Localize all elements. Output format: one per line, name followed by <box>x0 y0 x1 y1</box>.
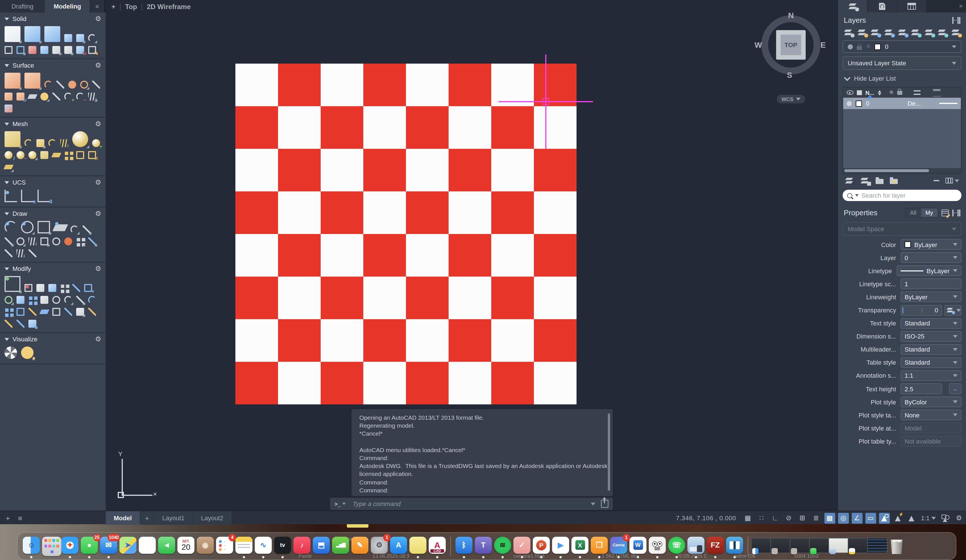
properties-filter-toggle[interactable]: All My <box>905 208 938 218</box>
tab-model[interactable]: Model <box>106 511 140 525</box>
solid-tool-offset-face[interactable] <box>75 33 85 43</box>
gear-icon[interactable]: ⚙ <box>95 15 101 22</box>
property-control[interactable]: ByLayer <box>896 265 961 276</box>
draw-tool-spline[interactable] <box>15 248 26 259</box>
gear-icon[interactable]: ⚙ <box>95 120 101 127</box>
viewcube-west[interactable]: W <box>754 40 762 49</box>
surface-tool-patch[interactable] <box>43 80 53 90</box>
dock-terminal-window[interactable] <box>869 534 886 558</box>
property-control[interactable]: 0 <box>900 252 961 263</box>
mesh-tool-smooth-less[interactable]: − <box>15 150 26 160</box>
layer-freeze-icon[interactable] <box>911 29 920 36</box>
mesh-tool-close-hole[interactable] <box>75 150 85 160</box>
surface-tool-fillet-surface[interactable] <box>67 80 77 90</box>
layer-settings-button[interactable] <box>860 177 869 184</box>
modify-tool-3d-orbit[interactable] <box>3 295 14 305</box>
solid-tool-thicken[interactable] <box>51 45 61 55</box>
gear-icon[interactable]: ⚙ <box>95 336 101 342</box>
text-height-input[interactable]: 2.5 <box>900 383 942 394</box>
property-control[interactable]: ByColor <box>900 396 961 407</box>
layout-menu-icon[interactable]: ≡ <box>18 514 22 522</box>
polar-tracking-toggle[interactable]: ⊘ <box>783 513 794 523</box>
modify-tool-rotate[interactable] <box>51 295 61 305</box>
layer-off-icon[interactable] <box>925 29 933 36</box>
add-layout-icon[interactable]: + <box>6 514 10 522</box>
mesh-tool-spin-triangle[interactable] <box>3 162 14 172</box>
annotation-autoscale-toggle[interactable] <box>892 513 903 523</box>
property-control[interactable]: Standard <box>900 344 961 355</box>
mesh-tool-smooth-more[interactable]: + <box>91 138 101 148</box>
solid-tool-slice[interactable] <box>39 45 49 55</box>
tab-sheets[interactable] <box>897 0 926 13</box>
modify-tool-move[interactable] <box>59 283 69 293</box>
surface-tool-offset-surface[interactable]: ↻ <box>15 92 26 102</box>
dock-freeform[interactable]: ∿ <box>255 534 272 558</box>
make-object-layer-current-icon[interactable] <box>844 29 853 36</box>
layer-properties-icon[interactable] <box>857 29 866 36</box>
tab-layers[interactable] <box>838 0 867 13</box>
dock-finder[interactable]: ☺ <box>23 534 40 558</box>
modify-tool-fillet[interactable] <box>63 295 73 305</box>
transparency-toggle[interactable]: ▩ <box>824 513 835 523</box>
surface-tool-loft-surface[interactable] <box>23 72 41 90</box>
modify-tool-align[interactable] <box>35 283 46 293</box>
dock-word[interactable]: W <box>629 534 646 558</box>
draw-tool-arc[interactable] <box>3 220 18 234</box>
status-settings-toggle[interactable]: ⚙ <box>953 513 964 523</box>
solid-tool-replace-face[interactable]: ↻ <box>75 45 85 55</box>
linetype-column-icon[interactable] <box>933 89 940 96</box>
mesh-tool-merge-face[interactable] <box>63 150 73 160</box>
mesh-tool-collapse-face[interactable]: ✕ <box>87 150 97 160</box>
ortho-mode-toggle[interactable]: ∟ <box>770 513 780 523</box>
modify-tool-erase[interactable] <box>27 307 38 317</box>
property-control[interactable]: Standard <box>900 357 961 368</box>
panel-collapse-icon[interactable] <box>952 17 960 24</box>
filter-all[interactable]: All <box>905 208 921 217</box>
dock-stickies[interactable] <box>409 534 426 558</box>
viewport-add-button[interactable]: + <box>112 3 115 11</box>
draw-tool-line[interactable] <box>3 236 14 247</box>
visual-style-control[interactable]: 2D Wireframe <box>147 3 191 11</box>
dock-photos[interactable] <box>139 534 156 558</box>
dock-mail[interactable]: ✉1040 <box>100 534 117 558</box>
modify-tool-join[interactable] <box>63 307 73 317</box>
mesh-tool-mesh-split-sphere[interactable]: / <box>3 150 14 160</box>
solid-tool-wireframe-box[interactable] <box>15 45 26 55</box>
mesh-tool-split-face[interactable] <box>51 150 61 160</box>
columns-button[interactable] <box>946 178 959 183</box>
isolate-objects-toggle[interactable] <box>940 513 951 523</box>
dock-finder-window[interactable] <box>753 534 770 558</box>
tab-layout1[interactable]: Layout1 <box>154 511 192 525</box>
dock-music[interactable]: ♪ <box>293 534 310 558</box>
viewcube-south[interactable]: S <box>787 70 792 80</box>
ucs-tool-ucs-world[interactable] <box>3 188 18 203</box>
solid-tool-presspull[interactable] <box>63 33 73 43</box>
layer-walk-down-icon[interactable] <box>884 29 893 36</box>
draw-tool-helix[interactable] <box>27 236 38 247</box>
delete-layer-button[interactable] <box>933 180 939 181</box>
dock-gimp[interactable] <box>649 534 666 558</box>
dock-safari[interactable]: ✦ <box>61 534 79 558</box>
modify-tool-reverse[interactable] <box>15 319 26 329</box>
filter-my[interactable]: My <box>921 208 938 217</box>
palette-collapse-button[interactable]: « <box>90 0 104 13</box>
visualize-tool-materials-browser[interactable] <box>3 345 18 360</box>
draw-tool-polyline[interactable] <box>81 224 92 234</box>
dock-apple-tv[interactable]: tv <box>274 534 291 558</box>
snap-mode-toggle[interactable]: ∷ <box>756 513 767 523</box>
layer-previous-icon[interactable] <box>871 29 880 36</box>
draw-tool-ray[interactable] <box>3 248 14 259</box>
surface-tool-analysis-curvature[interactable] <box>3 103 14 114</box>
property-control[interactable]: 1:1 <box>900 370 961 381</box>
command-prompt-caret[interactable] <box>343 503 346 505</box>
draw-tool-construction-line[interactable] <box>27 248 38 259</box>
property-control[interactable]: 1 <box>900 278 961 289</box>
modify-tool-change-space[interactable] <box>75 307 85 317</box>
dock-autocad[interactable]: ACAD <box>429 534 446 558</box>
sort-icon[interactable] <box>877 90 881 95</box>
dock-excel[interactable]: X <box>572 534 588 558</box>
viewcube-east[interactable]: E <box>820 40 826 49</box>
tab-references[interactable] <box>867 0 897 13</box>
solid-tool-fillet-edge[interactable] <box>87 33 97 43</box>
quick-properties-toggle[interactable]: ▭ <box>865 513 876 523</box>
